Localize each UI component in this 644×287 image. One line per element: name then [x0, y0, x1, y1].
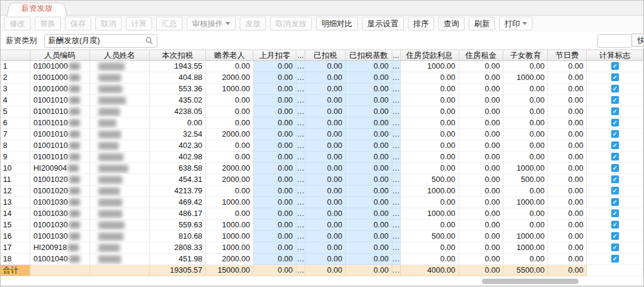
cell-elder-support[interactable]: 0.00 — [206, 140, 253, 152]
cell-row-number[interactable]: 15 — [1, 220, 30, 231]
cell-child-education[interactable]: 0.00 — [503, 208, 548, 220]
cell-festival-fee[interactable]: 0.00 — [548, 140, 587, 152]
cell-row-number[interactable]: 10 — [1, 163, 30, 174]
calc-flag-checkbox[interactable]: ✓ — [611, 164, 619, 172]
cell-last-month-rounding[interactable]: 0.00 — [253, 174, 296, 186]
column-header-ellipsis-column[interactable]: ... — [296, 50, 305, 60]
cell-taxed[interactable]: 0.00 — [305, 95, 346, 106]
cell-elder-support[interactable]: 0.00 — [206, 208, 253, 220]
cell-festival-fee[interactable]: 0.00 — [548, 84, 587, 95]
toolbar-button-calculate[interactable]: 计算 — [126, 17, 152, 30]
cell-person-code[interactable]: 01001010 — [30, 118, 90, 129]
ellipsis-column[interactable]: … — [296, 140, 305, 152]
cell-child-education[interactable]: 500.00 — [503, 174, 548, 186]
ellipsis-column[interactable]: … — [296, 197, 305, 208]
column-header-person-name[interactable]: 人员姓名 — [90, 50, 150, 60]
ellipsis-column[interactable]: … — [392, 208, 401, 220]
ellipsis-column[interactable]: … — [392, 140, 401, 152]
cell-festival-fee[interactable]: 0.00 — [548, 254, 587, 265]
cell-taxed[interactable]: 0.00 — [305, 61, 346, 72]
calc-flag-checkbox[interactable]: ✓ — [611, 243, 619, 251]
ellipsis-column[interactable]: … — [392, 106, 401, 118]
cell-person-name[interactable] — [90, 106, 150, 118]
ellipsis-column[interactable]: … — [296, 208, 305, 220]
salary-category-input[interactable]: 薪酬发放(月度) — [44, 34, 157, 48]
cell-housing-rent[interactable]: 0.00 — [459, 129, 504, 140]
cell-person-code[interactable]: 01001030 — [30, 197, 90, 208]
cell-person-name[interactable] — [90, 140, 150, 152]
cell-taxed-base[interactable]: 0.00 — [346, 220, 392, 231]
cell-taxed[interactable]: 0.00 — [305, 186, 346, 197]
cell-child-education[interactable]: 0.00 — [503, 220, 548, 231]
cell-taxed-base[interactable]: 0.00 — [346, 129, 392, 140]
cell-person-code[interactable]: 01001030 — [30, 220, 90, 231]
cell-calc-flag[interactable]: ✓ — [587, 106, 643, 118]
cell-child-education[interactable]: 0.00 — [503, 118, 548, 129]
cell-row-number[interactable]: 14 — [1, 208, 30, 220]
quick-search-input[interactable] — [597, 34, 632, 48]
cell-last-month-rounding[interactable]: 0.00 — [253, 242, 296, 254]
cell-last-month-rounding[interactable]: 0.00 — [253, 72, 296, 84]
cell-person-name[interactable] — [90, 231, 150, 242]
column-header-festival-fee[interactable]: 节日费 — [548, 50, 587, 60]
cell-festival-fee[interactable]: 0.00 — [548, 186, 587, 197]
cell-festival-fee[interactable]: 0.00 — [548, 163, 587, 174]
cell-housing-loan-interest[interactable]: 0.00 — [401, 220, 459, 231]
cell-taxed-base[interactable]: 0.00 — [346, 163, 392, 174]
cell-current-tax[interactable]: 4238.05 — [150, 106, 206, 118]
cell-row-number[interactable]: 12 — [1, 186, 30, 197]
toolbar-button-issue[interactable]: 发放 — [240, 17, 266, 30]
cell-calc-flag[interactable]: ✓ — [587, 231, 643, 242]
cell-taxed[interactable]: 0.00 — [305, 118, 346, 129]
cell-last-month-rounding[interactable]: 0.00 — [253, 186, 296, 197]
calc-flag-checkbox[interactable]: ✓ — [611, 119, 619, 126]
cell-taxed[interactable]: 0.00 — [305, 208, 346, 220]
cell-row-number[interactable]: 8 — [1, 140, 30, 152]
cell-last-month-rounding[interactable]: 0.00 — [253, 208, 296, 220]
column-header-housing-rent[interactable]: 住房租金 — [459, 50, 504, 60]
toolbar-button-detail-compare[interactable]: 明细对比 — [316, 17, 358, 30]
cell-elder-support[interactable]: 2000.00 — [206, 129, 253, 140]
calc-flag-checkbox[interactable]: ✓ — [611, 209, 619, 217]
cell-child-education[interactable]: 0.00 — [503, 140, 548, 152]
cell-housing-loan-interest[interactable]: 0.00 — [401, 72, 459, 84]
cell-elder-support[interactable]: 1000.00 — [206, 242, 253, 254]
cell-housing-rent[interactable]: 0.00 — [459, 95, 504, 106]
toolbar-button-save[interactable]: 保存 — [65, 17, 91, 30]
cell-calc-flag[interactable]: ✓ — [587, 140, 643, 152]
cell-person-name[interactable] — [90, 95, 150, 106]
cell-child-education[interactable]: 0.00 — [503, 254, 548, 265]
cell-housing-loan-interest[interactable]: 1000.00 — [401, 186, 459, 197]
cell-current-tax[interactable]: 810.68 — [150, 231, 206, 242]
search-icon[interactable] — [145, 36, 153, 45]
toolbar-button-replace[interactable]: 替换 — [35, 17, 61, 30]
ellipsis-column[interactable]: … — [296, 61, 305, 72]
cell-taxed[interactable]: 0.00 — [305, 174, 346, 186]
cell-row-number[interactable]: 17 — [1, 242, 30, 254]
cell-calc-flag[interactable]: ✓ — [587, 84, 643, 95]
cell-taxed[interactable]: 0.00 — [305, 242, 346, 254]
cell-person-code[interactable]: 01001010 — [30, 106, 90, 118]
cell-current-tax[interactable]: 553.36 — [150, 84, 206, 95]
cell-housing-loan-interest[interactable]: 0.00 — [401, 106, 459, 118]
cell-festival-fee[interactable]: 0.00 — [548, 197, 587, 208]
cell-festival-fee[interactable]: 0.00 — [548, 106, 587, 118]
cell-person-code[interactable]: 01001000 — [30, 61, 90, 72]
cell-last-month-rounding[interactable]: 0.00 — [253, 163, 296, 174]
cell-festival-fee[interactable]: 0.00 — [548, 129, 587, 140]
cell-last-month-rounding[interactable]: 0.00 — [253, 220, 296, 231]
cell-festival-fee[interactable]: 0.00 — [548, 95, 587, 106]
calc-flag-checkbox[interactable]: ✓ — [611, 255, 619, 263]
cell-row-number[interactable]: 16 — [1, 231, 30, 242]
ellipsis-column[interactable]: … — [296, 220, 305, 231]
cell-row-number[interactable]: 18 — [1, 254, 30, 265]
cell-calc-flag[interactable]: ✓ — [587, 197, 643, 208]
cell-current-tax[interactable]: 32.54 — [150, 129, 206, 140]
cell-elder-support[interactable]: 2000.00 — [206, 163, 253, 174]
cell-taxed[interactable]: 0.00 — [305, 140, 346, 152]
cell-person-code[interactable]: 01001040 — [30, 254, 90, 265]
calc-flag-checkbox[interactable]: ✓ — [611, 96, 619, 104]
cell-housing-rent[interactable]: 0.00 — [459, 242, 504, 254]
column-header-ellipsis-column[interactable]: ... — [392, 50, 401, 60]
cell-taxed-base[interactable]: 0.00 — [346, 208, 392, 220]
